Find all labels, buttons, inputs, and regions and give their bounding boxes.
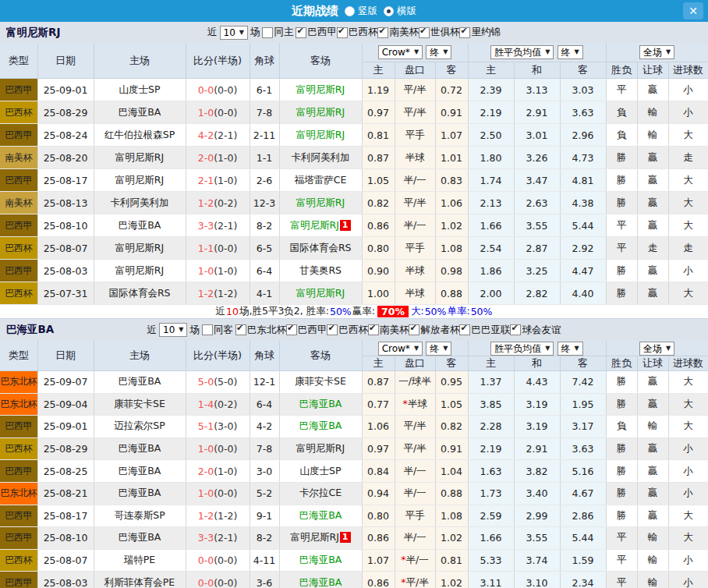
match-row: 巴东北杯25-09-04康菲安卡SE1-4(0-2)6-4巴海亚BA0.77*半… [0, 393, 708, 416]
score-cell: 2-0(1-0) [186, 460, 250, 483]
recent-count-select[interactable]: 10▼ [159, 323, 187, 337]
league-badge: 南美杯 [0, 147, 37, 169]
avg-time-select[interactable]: 终▼ [558, 342, 583, 356]
home-team: 巴海亚BA [94, 101, 186, 124]
avg-away-odds: 2.96 [560, 124, 606, 147]
chevron-down-icon: ▼ [414, 343, 419, 354]
league-badge: 巴西杯 [0, 282, 37, 305]
odds-away: 0.72 [435, 79, 468, 101]
result-wdl: 勝 [606, 393, 637, 416]
away-team-name: 国际体育会RS [289, 242, 351, 253]
away-team-name: 富明尼斯RJ [296, 129, 345, 140]
away-team-cell: 山度士SP [279, 460, 362, 483]
avg-draw-odds: 3.47 [514, 169, 560, 192]
avg-away-odds: 7.42 [560, 371, 606, 394]
scope-select[interactable]: 全场▼ [639, 45, 674, 59]
away-team-cell: 巴海亚BA [279, 416, 362, 438]
league-filter-toggle[interactable]: 巴西杯 [337, 26, 378, 39]
league-filter-toggle[interactable]: 巴西甲 [296, 26, 337, 39]
result-goalline: 大 [668, 505, 708, 527]
chevron-down-icon: ▼ [575, 47, 579, 58]
result-handicap: 贏 [637, 371, 668, 394]
odds-source-select[interactable]: Crow*▼ [378, 45, 423, 59]
odds-source-select[interactable]: Crow*▼ [378, 342, 423, 356]
away-team-name: 富明尼斯RJ [296, 197, 345, 208]
halftime-score: (1-0) [214, 152, 237, 164]
match-date: 25-09-01 [37, 79, 94, 101]
fulltime-score: 5-1 [198, 420, 214, 432]
league-filter-toggle[interactable]: 巴巴亚联 [459, 324, 510, 337]
layout-radio-vertical[interactable]: 竖版 [345, 5, 377, 18]
match-date: 25-07-31 [37, 282, 94, 305]
league-filter-toggle[interactable]: 里约锦 [459, 26, 501, 39]
score-cell: 1-4(0-2) [186, 393, 250, 416]
avg-away-odds: 5.16 [560, 460, 606, 483]
corner-count: 6-4 [250, 260, 279, 282]
avg-time-select[interactable]: 终▼ [558, 45, 583, 59]
league-filter-toggle[interactable]: 南美杯 [368, 324, 409, 337]
sub-avg-draw: 和 [514, 356, 560, 371]
section2-matches-table: 类型 日期 主场 比分(半场) 角球 客场 Crow*▼ 终▼ 胜平负均值▼ 终… [0, 341, 708, 588]
home-team: 巴海亚BA [94, 371, 186, 394]
league-filter-toggle[interactable]: 巴东北杯 [235, 324, 286, 337]
summary-part: 10 [226, 306, 239, 317]
avg-select[interactable]: 胜平负均值▼ [490, 45, 554, 59]
same-away-toggle[interactable]: 同客 [202, 324, 233, 337]
corner-count: 4-2 [250, 416, 279, 438]
scope-group-header: 全场▼ [606, 43, 708, 62]
result-handicap: 輸 [637, 572, 668, 588]
recent-count-select[interactable]: 10▼ [220, 26, 248, 40]
handicap-name: 半球 [408, 398, 427, 409]
result-goalline: 大 [668, 214, 708, 237]
handicap-name: 平/半 [403, 442, 426, 454]
handicap-name: 半/一 [403, 219, 426, 231]
result-wdl: 勝 [606, 260, 637, 282]
handicap-line: 半/一 [395, 527, 435, 550]
col-score: 比分(半场) [186, 341, 250, 371]
scope-select[interactable]: 全场▼ [639, 342, 674, 356]
avg-group-header: 胜平负均值▼ 终▼ [468, 43, 606, 62]
result-goalline: 小 [668, 260, 708, 282]
match-row: 巴西甲25-08-24红牛伯拉根森SP4-2(2-1)2-11富明尼斯RJ0.8… [0, 124, 708, 147]
avg-select[interactable]: 胜平负均值▼ [490, 342, 554, 356]
match-row: 巴西甲25-08-10巴海亚BA3-3(2-1)8-2富明尼斯RJ10.86半/… [0, 214, 708, 237]
sub-avg-away: 客 [560, 356, 606, 371]
league-filter-toggle[interactable]: 球会友谊 [510, 324, 561, 337]
odds-away: 0.88 [435, 482, 468, 505]
odds-away: 0.88 [435, 282, 468, 305]
away-team-cell: 卡利阿美利加 [279, 147, 362, 169]
same-home-toggle[interactable]: 同主 [262, 26, 293, 39]
handicap-name: 平手 [405, 509, 425, 521]
odds-home: 0.82 [362, 192, 395, 214]
score-cell: 2-0(1-0) [186, 147, 250, 169]
handicap-name: 平/半 [406, 576, 429, 588]
layout-radio-horizontal[interactable]: 横版 [384, 5, 416, 18]
avg-away-odds: 3.17 [560, 416, 606, 438]
match-date: 25-08-10 [37, 527, 94, 550]
sub-odds-home: 主 [362, 356, 395, 371]
odds-time-select[interactable]: 终▼ [426, 45, 451, 59]
odds-time-select[interactable]: 终▼ [426, 342, 451, 356]
league-filter-toggle[interactable]: 南美杯 [377, 26, 419, 39]
league-badge: 巴西杯 [0, 101, 37, 124]
result-goalline: 大 [668, 527, 708, 550]
result-handicap: 贏 [637, 505, 668, 527]
col-corner: 角球 [250, 43, 279, 79]
league-badge: 巴东北杯 [0, 371, 37, 394]
league-filter-toggle[interactable]: 解放者杯 [409, 324, 459, 337]
handicap-line: 半/一 [395, 482, 435, 505]
league-badge: 巴西甲 [0, 260, 37, 282]
halftime-score: (1-0) [214, 466, 237, 477]
avg-away-odds: 2.34 [560, 572, 606, 588]
corner-count: 8-2 [250, 527, 279, 550]
close-button[interactable]: ✕ [683, 2, 703, 19]
odds-home: 0.80 [362, 505, 395, 527]
league-filter-toggle[interactable]: 世俱杯 [419, 26, 460, 39]
league-filter-toggle[interactable]: 巴西杯 [327, 324, 368, 337]
col-home: 主场 [94, 341, 186, 371]
league-filter-toggle[interactable]: 巴西甲 [286, 324, 327, 337]
avg-draw-odds: 3.19 [514, 416, 560, 438]
score-cell: 0-0(0-0) [186, 79, 250, 101]
handicap-line: 半/一 [395, 460, 435, 483]
odds-away: 1.04 [435, 460, 468, 483]
